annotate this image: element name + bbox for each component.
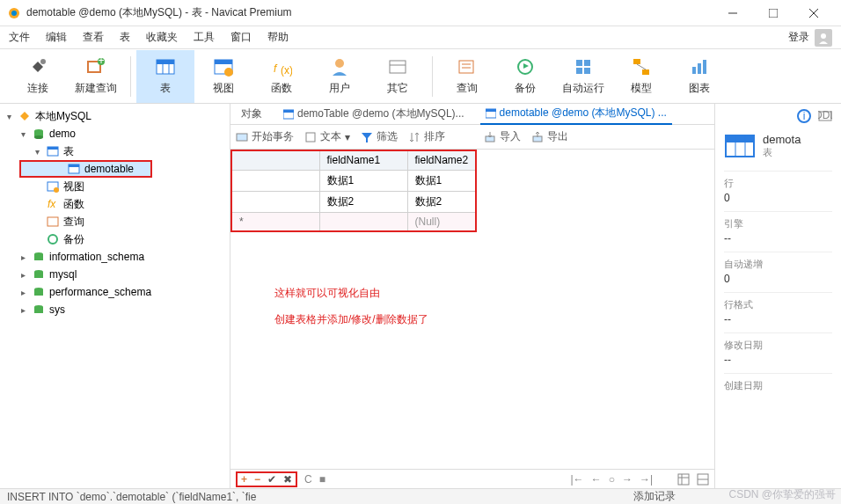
titlebar: demotable @demo (本地MySQL) - 表 - Navicat … bbox=[0, 0, 841, 26]
svg-rect-65 bbox=[678, 474, 689, 485]
remove-row-button[interactable]: − bbox=[254, 473, 260, 486]
svg-rect-62 bbox=[306, 133, 315, 142]
first-page-button[interactable]: |← bbox=[571, 473, 584, 486]
cancel-button[interactable]: ✖ bbox=[283, 473, 292, 486]
tab-demoTable[interactable]: demoTable @demo (本地MySQL)... bbox=[278, 104, 470, 125]
menu-help[interactable]: 帮助 bbox=[267, 30, 289, 45]
formview-button[interactable] bbox=[697, 473, 709, 486]
view-button[interactable]: 视图 bbox=[194, 50, 252, 103]
data-grid[interactable]: fieldName1fieldName2 数据1数据1 数据2数据2 *(Nul… bbox=[230, 150, 477, 232]
prop-name: demota bbox=[763, 133, 801, 146]
maximize-button[interactable] bbox=[753, 0, 793, 26]
svg-rect-35 bbox=[698, 63, 701, 74]
menubar: 文件 编辑 查看 表 收藏夹 工具 窗口 帮助 登录 bbox=[0, 26, 841, 49]
backup-button[interactable]: 备份 bbox=[496, 50, 554, 103]
svg-rect-34 bbox=[692, 67, 696, 74]
tab-objects[interactable]: 对象 bbox=[236, 104, 267, 125]
window-title: demotable @demo (本地MySQL) - 表 - Navicat … bbox=[26, 5, 713, 20]
tree-db-infoschema[interactable]: ▸information_schema bbox=[0, 248, 230, 266]
chart-button[interactable]: 图表 bbox=[670, 50, 728, 103]
tree-views[interactable]: 视图 bbox=[0, 178, 230, 195]
tab-demotable[interactable]: demotable @demo (本地MySQL) ... bbox=[480, 104, 672, 125]
app-icon bbox=[7, 6, 21, 20]
newquery-icon: + bbox=[85, 56, 106, 77]
tree-db-sys[interactable]: ▸sys bbox=[0, 301, 230, 318]
svg-rect-23 bbox=[459, 61, 473, 73]
tree-conn[interactable]: ▾本地MySQL bbox=[0, 107, 230, 125]
menu-table[interactable]: 表 bbox=[120, 30, 130, 45]
property-panel: i DDL demota 表 行0 引擎-- 自动递增0 行格式-- 修改日期-… bbox=[714, 104, 841, 488]
ddl-icon[interactable]: DDL bbox=[818, 109, 832, 123]
table-row-new[interactable]: *(Null) bbox=[231, 212, 476, 231]
tree-functions[interactable]: fx函数 bbox=[0, 195, 230, 213]
user-button[interactable]: 用户 bbox=[311, 50, 369, 103]
stop-button[interactable]: ■ bbox=[319, 473, 325, 486]
next-page-button[interactable]: → bbox=[622, 473, 633, 486]
svg-rect-47 bbox=[48, 217, 58, 226]
tree-db-perfschema[interactable]: ▸performance_schema bbox=[0, 283, 230, 301]
sort-button[interactable]: 排序 bbox=[408, 129, 445, 144]
apply-button[interactable]: ✔ bbox=[267, 473, 276, 486]
col-header[interactable]: fieldName1 bbox=[319, 150, 407, 170]
newquery-button[interactable]: + 新建查询 bbox=[67, 50, 125, 103]
svg-rect-29 bbox=[576, 68, 582, 74]
table-icon bbox=[283, 109, 294, 120]
import-button[interactable]: 导入 bbox=[484, 129, 521, 144]
prev-page-button[interactable]: ← bbox=[591, 473, 602, 486]
model-button[interactable]: 模型 bbox=[612, 50, 670, 103]
menu-edit[interactable]: 编辑 bbox=[46, 30, 67, 45]
tree-db-demo[interactable]: ▾demo bbox=[0, 125, 230, 142]
text-button[interactable]: 文本▾ bbox=[304, 129, 350, 144]
minimize-button[interactable] bbox=[713, 0, 753, 26]
menu-window[interactable]: 窗口 bbox=[230, 30, 252, 45]
menu-view[interactable]: 查看 bbox=[83, 30, 104, 45]
tab-toolbar: 开始事务 文本▾ 筛选 排序 导入 导出 bbox=[230, 125, 714, 150]
svg-point-48 bbox=[48, 235, 57, 244]
svg-rect-32 bbox=[642, 69, 649, 75]
svg-rect-30 bbox=[584, 68, 590, 74]
login-button[interactable]: 登录 bbox=[788, 29, 832, 47]
export-button[interactable]: 导出 bbox=[531, 129, 568, 144]
table-button[interactable]: 表 bbox=[136, 50, 194, 103]
svg-rect-43 bbox=[69, 164, 79, 167]
begin-tx-button[interactable]: 开始事务 bbox=[236, 129, 294, 144]
query-button[interactable]: 查询 bbox=[438, 50, 496, 103]
tree-backups[interactable]: 备份 bbox=[0, 230, 230, 248]
col-header[interactable]: fieldName2 bbox=[407, 150, 476, 170]
close-button[interactable] bbox=[793, 0, 834, 26]
tree-queries[interactable]: 查询 bbox=[0, 213, 230, 230]
grid-footer-tools: + − ✔ ✖ C ■ |← ← ○ → →| bbox=[230, 469, 714, 488]
svg-rect-31 bbox=[633, 59, 640, 64]
svg-point-45 bbox=[54, 187, 59, 193]
menu-file[interactable]: 文件 bbox=[9, 30, 30, 45]
tree-tables[interactable]: ▾表 bbox=[0, 142, 230, 160]
svg-rect-61 bbox=[237, 134, 247, 141]
last-page-button[interactable]: →| bbox=[640, 473, 653, 486]
page-input[interactable]: ○ bbox=[609, 473, 615, 486]
svg-text:(x): (x) bbox=[281, 64, 292, 77]
info-icon[interactable]: i bbox=[797, 109, 811, 123]
table-row[interactable]: 数据2数据2 bbox=[231, 191, 476, 212]
svg-text:DDL: DDL bbox=[818, 109, 832, 121]
autorun-button[interactable]: 自动运行 bbox=[554, 50, 612, 103]
connect-button[interactable]: 连接 bbox=[9, 50, 67, 103]
statusbar: INSERT INTO `demo`.`demotable` (`fieldNa… bbox=[0, 488, 841, 504]
function-button[interactable]: f(x) 函数 bbox=[252, 50, 311, 103]
db-tree[interactable]: ▾本地MySQL ▾demo ▾表 demotable 视图 fx函数 查询 备… bbox=[0, 104, 230, 488]
backup-icon bbox=[515, 56, 536, 77]
table-icon bbox=[155, 56, 176, 77]
svg-rect-28 bbox=[584, 60, 590, 66]
svg-rect-16 bbox=[215, 60, 232, 64]
menu-fav[interactable]: 收藏夹 bbox=[146, 30, 178, 45]
gridview-button[interactable] bbox=[677, 473, 690, 486]
status-sql: INSERT INTO `demo`.`demotable` (`fieldNa… bbox=[7, 491, 256, 503]
table-row[interactable]: 数据1数据1 bbox=[231, 170, 476, 191]
tree-db-mysql[interactable]: ▸mysql bbox=[0, 266, 230, 283]
menu-tools[interactable]: 工具 bbox=[194, 30, 215, 45]
svg-rect-36 bbox=[703, 60, 706, 74]
filter-button[interactable]: 筛选 bbox=[361, 129, 398, 144]
refresh-button[interactable]: C bbox=[304, 473, 312, 486]
other-button[interactable]: 其它 bbox=[369, 50, 427, 103]
tree-table-demotable[interactable]: demotable bbox=[19, 160, 152, 178]
add-row-button[interactable]: + bbox=[241, 473, 247, 486]
